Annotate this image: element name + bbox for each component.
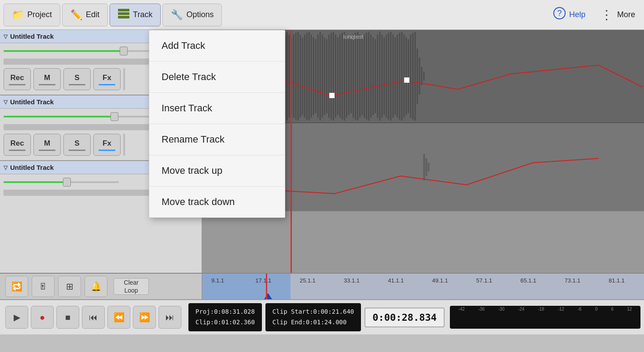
svg-rect-110 bbox=[412, 33, 413, 119]
volume-slider-3[interactable] bbox=[4, 181, 119, 183]
long-label: lonqtest bbox=[343, 33, 364, 40]
track-button[interactable]: Track bbox=[110, 4, 161, 26]
svg-rect-0 bbox=[118, 9, 129, 11]
options-button[interactable]: 🔧 Options bbox=[162, 4, 222, 26]
snap-button[interactable]: 🔁 bbox=[5, 276, 28, 297]
clear-loop-button[interactable]: Clear Loop bbox=[114, 278, 149, 295]
forward-end-button[interactable]: ⏭ bbox=[158, 306, 181, 329]
menu-delete-track[interactable]: Delete Track bbox=[149, 62, 285, 93]
svg-rect-90 bbox=[368, 32, 369, 121]
transport-controls: ▶ ● ■ ⏮ ⏪ ⏩ ⏭ bbox=[0, 306, 187, 329]
svg-rect-97 bbox=[383, 37, 385, 115]
svg-rect-59 bbox=[300, 35, 301, 118]
transport-bar: ▶ ● ■ ⏮ ⏪ ⏩ ⏭ Proj:0:08:31.028 Clip:0:01… bbox=[0, 299, 644, 334]
svg-rect-57 bbox=[295, 33, 297, 119]
track-name-1: Untitled Track bbox=[10, 33, 54, 40]
svg-rect-70 bbox=[324, 37, 325, 115]
current-time-display: 0:00:28.834 bbox=[364, 308, 445, 327]
help-label: Help bbox=[569, 10, 585, 19]
track-chevron-2: ▽ bbox=[4, 99, 7, 105]
solo-button-2[interactable]: S bbox=[63, 134, 91, 156]
grid-icon: ⊞ bbox=[66, 281, 74, 292]
svg-rect-54 bbox=[289, 35, 290, 118]
menu-move-track-down[interactable]: Move track down bbox=[149, 187, 285, 217]
svg-rect-53 bbox=[287, 32, 288, 121]
time-display: Proj:0:08:31.028 Clip:0:01:02.360 bbox=[188, 303, 262, 331]
svg-rect-102 bbox=[394, 37, 396, 115]
svg-rect-58 bbox=[298, 32, 299, 121]
main-area: ▽ Untitled Track Rec M bbox=[0, 30, 644, 273]
track-chevron-3: ▽ bbox=[4, 165, 7, 171]
context-menu: Add Track Delete Track Insert Track Rena… bbox=[149, 30, 285, 218]
level-meter: -42 -36 -30 -24 -18 -12 -6 0 6 12 bbox=[450, 306, 640, 329]
record-button[interactable]: ● bbox=[31, 306, 54, 329]
menu-rename-track[interactable]: Rename Track bbox=[149, 124, 285, 155]
rewind-start-button[interactable]: ⏮ bbox=[82, 306, 105, 329]
main-toolbar: 📁 Project ✏️ Edit Track 🔧 Options ? Help… bbox=[0, 0, 644, 30]
track-icon bbox=[118, 9, 129, 21]
playhead-triangle bbox=[264, 293, 272, 299]
svg-rect-94 bbox=[377, 35, 378, 118]
fx-button-2[interactable]: Fx bbox=[93, 134, 121, 156]
svg-rect-109 bbox=[410, 35, 411, 118]
svg-rect-145 bbox=[426, 158, 427, 176]
mixer-button[interactable]: 🎚 bbox=[32, 276, 55, 297]
menu-insert-track[interactable]: Insert Track bbox=[149, 93, 285, 124]
svg-rect-82 bbox=[350, 39, 352, 113]
options-label: Options bbox=[186, 10, 213, 19]
rewind-button[interactable]: ⏪ bbox=[107, 306, 130, 329]
more-dots-icon: ⋮ bbox=[600, 7, 614, 22]
forward-button[interactable]: ⏩ bbox=[133, 306, 156, 329]
svg-rect-89 bbox=[366, 33, 367, 119]
solo-button-1[interactable]: S bbox=[63, 68, 91, 90]
mute-button-1[interactable]: M bbox=[33, 68, 61, 90]
playhead-line bbox=[291, 30, 292, 273]
svg-rect-98 bbox=[386, 35, 387, 118]
tl-65: 65.1.1 bbox=[520, 277, 536, 284]
svg-rect-100 bbox=[390, 32, 391, 121]
svg-rect-108 bbox=[408, 39, 409, 113]
svg-rect-1 bbox=[118, 12, 129, 15]
svg-rect-61 bbox=[304, 35, 305, 118]
svg-rect-104 bbox=[399, 33, 400, 119]
svg-rect-64 bbox=[311, 35, 312, 118]
forward-end-icon: ⏭ bbox=[166, 312, 174, 323]
rec-button-2[interactable]: Rec bbox=[4, 134, 31, 156]
timeline-ruler[interactable]: 9.1.1 17.1.1 25.1.1 33.1.1 41.1.1 49.1.1… bbox=[202, 274, 644, 299]
play-button[interactable]: ▶ bbox=[5, 306, 28, 329]
svg-rect-88 bbox=[364, 35, 365, 118]
proj-time: Proj:0:08:31.028 bbox=[195, 307, 255, 317]
clip-start: Clip Start:0:00:21.640 bbox=[272, 307, 354, 317]
options-icon: 🔧 bbox=[171, 9, 183, 21]
tl-25: 25.1.1 bbox=[300, 277, 316, 284]
more-button[interactable]: ⋮ More bbox=[595, 4, 640, 26]
mute-button-2[interactable]: M bbox=[33, 134, 61, 156]
svg-rect-71 bbox=[326, 39, 328, 113]
rec-button-1[interactable]: Rec bbox=[4, 68, 31, 90]
svg-rect-65 bbox=[313, 37, 314, 115]
timeline-bar: 🔁 🎚 ⊞ 🔔 Clear Loop 9.1.1 17.1.1 25.1.1 3… bbox=[0, 273, 644, 299]
menu-add-track[interactable]: Add Track bbox=[149, 30, 285, 62]
clip-end: Clip End:0:01:24.000 bbox=[272, 317, 354, 328]
svg-rect-66 bbox=[315, 39, 316, 113]
svg-rect-75 bbox=[335, 35, 336, 118]
help-icon: ? bbox=[553, 7, 566, 22]
track-name-3: Untitled Track bbox=[10, 164, 54, 171]
stop-button[interactable]: ■ bbox=[56, 306, 79, 329]
svg-rect-56 bbox=[293, 35, 294, 118]
svg-rect-103 bbox=[397, 35, 398, 118]
svg-rect-72 bbox=[328, 35, 330, 118]
fx-button-1[interactable]: Fx bbox=[93, 68, 121, 90]
svg-rect-112 bbox=[416, 48, 418, 104]
menu-move-track-up[interactable]: Move track up bbox=[149, 155, 285, 187]
edit-button[interactable]: ✏️ Edit bbox=[62, 4, 108, 26]
help-button[interactable]: ? Help bbox=[545, 4, 593, 26]
folder-icon: 📁 bbox=[12, 9, 24, 21]
stop-icon: ■ bbox=[65, 312, 70, 323]
marker-button[interactable]: 🔔 bbox=[85, 276, 107, 297]
svg-rect-62 bbox=[306, 33, 308, 119]
project-button[interactable]: 📁 Project bbox=[4, 4, 60, 26]
tl-33: 33.1.1 bbox=[344, 277, 360, 284]
svg-rect-146 bbox=[428, 163, 430, 172]
grid-button[interactable]: ⊞ bbox=[58, 276, 81, 297]
